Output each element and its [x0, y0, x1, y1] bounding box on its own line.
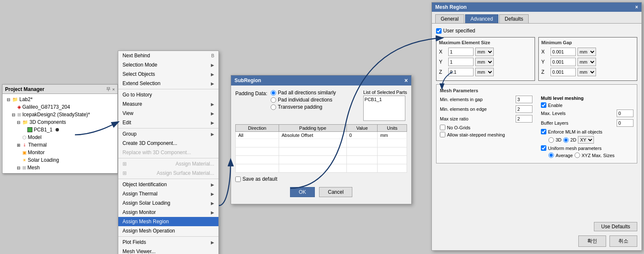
- cm-measure[interactable]: Measure ▶: [118, 99, 218, 109]
- mlm-buffer-layers-label: Buffer Layers: [541, 120, 615, 126]
- mg-z-unit[interactable]: mm: [577, 68, 596, 76]
- subregion-title: SubRegion: [234, 78, 261, 83]
- mesh-params-left: Min. elements in gap Min. elements on ed…: [440, 96, 532, 160]
- tree-toggle[interactable]: [22, 128, 26, 132]
- use-defaults-btn[interactable]: Use Defaults: [594, 222, 637, 231]
- radio-3d[interactable]: [548, 137, 554, 143]
- close-icon[interactable]: ×: [112, 87, 115, 92]
- tree-toggle[interactable]: [17, 158, 21, 163]
- radio-2d[interactable]: [563, 137, 569, 143]
- list-parts-section: List of Selected Parts PCB1_1: [363, 90, 407, 121]
- radio-pad-individual[interactable]: Pad individual directions: [271, 97, 336, 103]
- tree-toggle[interactable]: ⊟: [17, 120, 21, 125]
- mg-y-input[interactable]: [551, 58, 576, 66]
- mes-y-unit[interactable]: mm: [475, 58, 494, 66]
- cm-assign-mesh-op[interactable]: Assign Mesh Operation: [118, 226, 218, 235]
- tree-item-pcb[interactable]: PCB1_1: [3, 126, 117, 134]
- radio-xyz-max[interactable]: [575, 152, 580, 158]
- tab-defaults[interactable]: Defaults: [499, 14, 529, 23]
- tree-item-3dcomp[interactable]: ⊟ 📁 3D Components: [3, 118, 117, 126]
- mes-z-unit[interactable]: mm: [475, 68, 494, 76]
- mes-x-unit[interactable]: mm: [475, 48, 494, 56]
- tree-item-solar[interactable]: ☀ Solar Loading: [3, 156, 117, 164]
- table-row-empty: [236, 156, 407, 164]
- tree-toggle[interactable]: ⊟: [17, 166, 21, 170]
- radio-pad-individual-input[interactable]: [271, 97, 276, 103]
- tree-item-lab2[interactable]: ⊟ 📁 Lab2*: [3, 96, 117, 103]
- arrow-icon: ▶: [211, 182, 214, 187]
- tree-item-thermal[interactable]: ⊞ 🌡 Thermal: [3, 141, 117, 149]
- tab-advanced[interactable]: Advanced: [465, 14, 498, 23]
- mesh-region-close-btn[interactable]: ×: [635, 4, 638, 10]
- cm-group[interactable]: Group ▶: [118, 129, 218, 139]
- cm-select-objects[interactable]: Select Objects ▶: [118, 70, 218, 79]
- project-tree: ⊟ 📁 Lab2* ◈ Galileo_G87173_204 ⊟ ⊞ Icepa…: [3, 94, 117, 173]
- mg-y-unit[interactable]: mm: [577, 58, 596, 66]
- mr-cancel-btn[interactable]: 취소: [609, 235, 637, 247]
- dim-select[interactable]: XY XZ YZ: [578, 136, 594, 144]
- mlm-avg-xyz-row: Average XYZ Max. Sizes: [541, 152, 633, 158]
- mg-y-label: Y: [541, 59, 549, 65]
- tree-toggle[interactable]: ⊟: [7, 97, 11, 102]
- tree-toggle[interactable]: ⊞: [17, 143, 21, 147]
- tree-toggle[interactable]: [12, 105, 16, 110]
- mlm-buffer-layers-input[interactable]: [617, 119, 633, 127]
- mlm-uniform-checkbox[interactable]: [541, 145, 546, 151]
- ok-button[interactable]: OK: [290, 187, 315, 197]
- col-units: Units: [378, 125, 407, 132]
- pin-icon[interactable]: 무: [106, 86, 111, 92]
- tree-toggle[interactable]: [17, 135, 21, 140]
- cm-mesh-viewer[interactable]: Mesh Viewer...: [118, 247, 218, 254]
- cm-selection-mode[interactable]: Selection Mode ▶: [118, 60, 218, 70]
- cancel-button[interactable]: Cancel: [319, 187, 352, 197]
- max-size-ratio-input[interactable]: [516, 115, 532, 123]
- cm-assign-solar[interactable]: Assign Solar Loading ▶: [118, 198, 218, 208]
- subregion-close-btn[interactable]: ×: [404, 77, 408, 84]
- mlm-enforce-checkbox[interactable]: [541, 129, 546, 134]
- no-ogrids-checkbox[interactable]: [440, 125, 445, 130]
- tree-item-model[interactable]: ⬡ Model: [3, 134, 117, 141]
- mlm-enable-checkbox[interactable]: [541, 102, 546, 108]
- cm-extend-selection[interactable]: Extend Selection ▶: [118, 79, 218, 88]
- mg-x-unit[interactable]: mm: [577, 48, 596, 56]
- save-default-checkbox[interactable]: [235, 176, 241, 182]
- minimum-gap-section: Minimum Gap X mm Y mm Z: [538, 37, 637, 81]
- user-specified-checkbox[interactable]: [436, 28, 442, 34]
- mes-y-input[interactable]: [448, 58, 474, 66]
- tree-label: IcepakDesign2 (SteadyState)*: [22, 112, 90, 118]
- radio-transverse-input[interactable]: [271, 104, 276, 110]
- cm-go-to-history[interactable]: Go to History: [118, 90, 218, 99]
- min-elem-gap-input[interactable]: [516, 96, 532, 103]
- stair-stepped-checkbox[interactable]: [440, 132, 445, 137]
- tree-item-monitor[interactable]: ▣ Monitor: [3, 149, 117, 156]
- mg-x-input[interactable]: [551, 48, 576, 56]
- mlm-max-levels-input[interactable]: [617, 110, 633, 117]
- mes-z-input[interactable]: [448, 68, 474, 76]
- radio-pad-all-input[interactable]: [271, 90, 276, 96]
- cm-create-3d[interactable]: Create 3D Component...: [118, 139, 218, 148]
- radio-pad-all[interactable]: Pad all directions similarly: [271, 90, 336, 96]
- cm-label: View: [122, 110, 133, 116]
- cm-assign-monitor[interactable]: Assign Monitor ▶: [118, 208, 218, 217]
- tree-item-galileo[interactable]: ◈ Galileo_G87173_204: [3, 103, 117, 111]
- tree-item-mesh[interactable]: ⊟ ⊞ Mesh: [3, 164, 117, 171]
- cm-assign-mesh-region[interactable]: Assign Mesh Region: [118, 217, 218, 226]
- tree-toggle[interactable]: [17, 150, 21, 155]
- cm-edit[interactable]: Edit ▶: [118, 118, 218, 127]
- radio-transverse[interactable]: Transverse padding: [271, 104, 336, 110]
- cm-object-id[interactable]: Object Identification ▶: [118, 180, 218, 189]
- min-elem-edge-input[interactable]: [516, 105, 532, 113]
- tree-toggle[interactable]: ⊟: [12, 112, 16, 117]
- cm-assign-thermal[interactable]: Assign Thermal ▶: [118, 189, 218, 198]
- cm-icon: ⊞: [122, 161, 127, 167]
- cm-next-behind[interactable]: Next Behind B: [118, 51, 218, 60]
- tree-item-icepak[interactable]: ⊟ ⊞ IcepakDesign2 (SteadyState)*: [3, 111, 117, 118]
- mg-z-input[interactable]: [551, 68, 576, 76]
- tab-general[interactable]: General: [435, 14, 464, 23]
- cm-plot-fields[interactable]: Plot Fields ▶: [118, 238, 218, 247]
- cm-label: Next Behind: [122, 53, 150, 59]
- mr-ok-btn[interactable]: 확인: [578, 235, 606, 247]
- radio-average[interactable]: [548, 152, 554, 158]
- cm-view[interactable]: View ▶: [118, 109, 218, 118]
- mes-x-input[interactable]: [448, 48, 474, 56]
